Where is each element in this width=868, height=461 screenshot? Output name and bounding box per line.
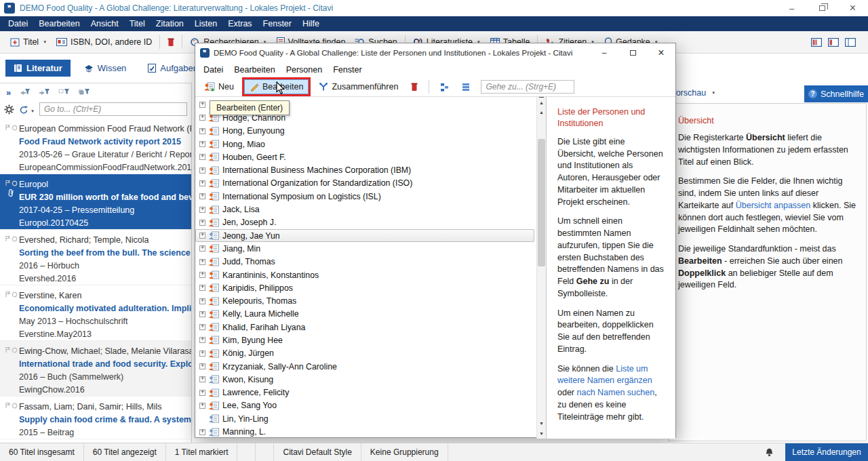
expand-icon[interactable]: [199, 403, 205, 409]
person-row[interactable]: Krzyzaniak, Sally-Ann Caroline: [195, 360, 536, 373]
reference-entry[interactable]: Everstine, Karen Economically motivated …: [0, 285, 191, 341]
expand-icon[interactable]: [199, 390, 205, 396]
scroll-to-top-button[interactable]: [537, 97, 546, 107]
expand-icon[interactable]: [199, 285, 205, 291]
dialog-menu-item[interactable]: Personen: [281, 64, 328, 76]
person-row[interactable]: Lee, Sang Yoo: [195, 399, 536, 412]
close-button[interactable]: [837, 0, 868, 16]
menu-item[interactable]: Zitation: [151, 18, 189, 30]
layout-three-columns-icon[interactable]: [811, 38, 822, 47]
hierarchy-view-button[interactable]: [435, 81, 454, 94]
new-person-button[interactable]: Neu: [199, 80, 239, 94]
expand-icon[interactable]: [199, 180, 205, 186]
tab-vorschau[interactable]: Vorschau: [671, 88, 715, 98]
expand-icon[interactable]: [199, 128, 205, 134]
menu-item[interactable]: Fenster: [258, 18, 297, 30]
filter-forward-icon[interactable]: [39, 88, 50, 97]
person-row[interactable]: Kim, Byung Hee: [195, 334, 536, 346]
expand-icon[interactable]: [199, 337, 205, 343]
person-row[interactable]: Karantininis, Konstantinos: [195, 268, 536, 281]
expand-icon[interactable]: [199, 429, 205, 435]
reference-entry[interactable]: Fassam, Liam; Dani, Samir; Hills, Mils S…: [0, 397, 191, 439]
expand-icon[interactable]: [199, 324, 205, 330]
person-row[interactable]: International Symposium on Logistics (IS…: [195, 190, 536, 203]
menu-item[interactable]: Extras: [222, 18, 257, 30]
notifications-button[interactable]: [753, 443, 785, 461]
new-title-button[interactable]: Titel: [5, 35, 52, 49]
reference-entry[interactable]: Ewing-Chow, Michael; Slade, Melanie Vila…: [0, 341, 191, 397]
filter-back-icon[interactable]: [19, 88, 31, 97]
expand-icon[interactable]: [199, 311, 205, 317]
statusbar-cell[interactable]: Citavi Default Style: [274, 443, 361, 461]
expand-icon[interactable]: [199, 259, 205, 265]
reference-entry[interactable]: European Commission Food Fraud Network (…: [0, 119, 191, 174]
expand-icon[interactable]: [199, 167, 205, 174]
person-row[interactable]: Jiang, Min: [195, 242, 536, 255]
expand-icon[interactable]: [199, 233, 205, 239]
scroll-down-button[interactable]: [537, 418, 546, 428]
expand-icon[interactable]: [199, 298, 205, 304]
dialog-menu-item[interactable]: Bearbeiten: [229, 64, 280, 76]
minimize-button[interactable]: [776, 0, 807, 16]
person-row[interactable]: International Business Machines Corporat…: [195, 163, 536, 176]
persons-scrollbar[interactable]: [536, 97, 546, 439]
menu-item[interactable]: Bearbeiten: [33, 18, 85, 30]
dialog-close-button[interactable]: [647, 43, 675, 62]
expand-icon[interactable]: [199, 207, 205, 213]
tab-wissen[interactable]: Wissen: [76, 60, 135, 77]
person-row[interactable]: International Organization for Standardi…: [195, 177, 536, 190]
expand-icon[interactable]: [199, 115, 205, 121]
person-row[interactable]: Jen, Joseph J.: [195, 216, 536, 229]
person-row[interactable]: König, Jürgen: [195, 347, 536, 360]
reference-entry[interactable]: Europol EUR 230 million worth of fake fo…: [0, 174, 191, 230]
search-names-link[interactable]: nach Namen suchen: [577, 388, 655, 397]
layout-one-column-icon[interactable]: [845, 38, 856, 47]
person-row[interactable]: Jack, Lisa: [195, 203, 536, 216]
expand-icon[interactable]: [199, 220, 205, 226]
menu-item[interactable]: Ansicht: [85, 18, 124, 30]
person-row[interactable]: Kelepouris, Thomas: [195, 294, 536, 307]
flat-view-button[interactable]: [457, 81, 475, 94]
scroll-to-bottom-button[interactable]: [537, 428, 546, 439]
scroll-up-button[interactable]: [537, 107, 546, 117]
schnellhilfe-button[interactable]: Schnellhilfe: [804, 85, 868, 102]
person-row[interactable]: Kelly, Laura Michelle: [195, 308, 536, 321]
filter-selection-icon[interactable]: [58, 88, 70, 97]
person-row[interactable]: Hong, Eunyoung: [195, 125, 536, 138]
dialog-minimize-button[interactable]: [590, 43, 618, 62]
expand-icon[interactable]: [199, 245, 205, 252]
menu-item[interactable]: Datei: [3, 18, 33, 30]
scrollbar-thumb[interactable]: [538, 139, 545, 266]
expand-icon[interactable]: [199, 376, 205, 382]
restore-button[interactable]: [807, 0, 837, 16]
filter-all-icon[interactable]: [78, 88, 90, 97]
tab-literatur[interactable]: Literatur: [5, 60, 71, 77]
person-row[interactable]: Jeong, Jae Yun: [195, 229, 534, 242]
expand-icon[interactable]: [199, 141, 205, 147]
statusbar-cell[interactable]: Keine Gruppierung: [361, 443, 448, 461]
goto-input[interactable]: [39, 102, 187, 116]
person-row[interactable]: Karipidis, Philippos: [195, 281, 536, 294]
letzte-aenderungen-button[interactable]: Letzte Änderungen: [785, 443, 868, 461]
person-row[interactable]: Hong, Miao: [195, 138, 536, 151]
expand-icon[interactable]: [199, 363, 205, 369]
menu-item[interactable]: Titel: [124, 18, 151, 30]
delete-person-button[interactable]: [406, 80, 422, 94]
expand-icon[interactable]: [199, 272, 205, 278]
expand-icon[interactable]: [199, 154, 205, 160]
merge-persons-button[interactable]: Zusammenführen: [314, 80, 403, 94]
person-row[interactable]: Lin, Yin-Ling: [195, 412, 536, 425]
menu-item[interactable]: Listen: [189, 18, 222, 30]
person-row[interactable]: Judd, Thomas: [195, 256, 536, 268]
uebersicht-anpassen-link[interactable]: Übersicht anpassen: [736, 201, 810, 210]
person-row[interactable]: Houben, Geert F.: [195, 151, 536, 163]
dialog-menu-item[interactable]: Datei: [198, 64, 229, 76]
expand-panel-icon[interactable]: [6, 87, 11, 98]
delete-title-button[interactable]: [163, 35, 179, 49]
expand-icon[interactable]: [199, 193, 205, 199]
dialog-menu-item[interactable]: Fenster: [328, 64, 367, 76]
gear-icon[interactable]: [4, 104, 14, 115]
person-row[interactable]: Manning, L.: [195, 425, 536, 438]
dialog-goto-input[interactable]: [481, 80, 574, 94]
isbn-doi-button[interactable]: ISBN, DOI, andere ID: [52, 35, 157, 49]
